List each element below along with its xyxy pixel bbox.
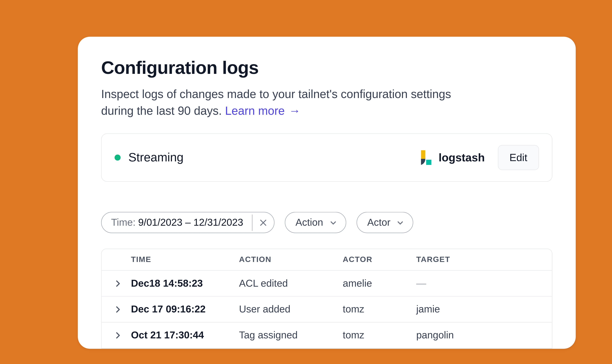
table-row[interactable]: Dec 17 09:16:22User addedtomzjamie [101,297,552,323]
cell-action: User added [239,303,343,315]
learn-more-link[interactable]: Learn more → [225,104,300,117]
cell-target: — [416,278,544,289]
chevron-down-icon [397,219,404,226]
time-filter-label: Time: [111,217,136,228]
actor-filter-label: Actor [367,217,390,228]
streaming-label: Streaming [128,151,183,165]
cell-action: Tag assigned [239,329,343,341]
edit-button[interactable]: Edit [498,145,539,170]
actor-filter-pill[interactable]: Actor [356,212,413,233]
filter-bar: Time: 9/01/2023 – 12/31/2023 Action Acto… [101,212,552,233]
streaming-status-box: Streaming logstash Edit [101,133,552,182]
table-row[interactable]: Oct 21 17:30:44Tag assignedtomzpangolin [101,323,552,349]
table-row[interactable]: Dec18 14:58:23ACL editedamelie— [101,271,552,297]
page-subtitle: Inspect logs of changes made to your tai… [101,86,456,120]
cell-actor: amelie [343,278,416,289]
table-header: TIME ACTION ACTOR TARGET [101,249,552,271]
config-logs-card: Configuration logs Inspect logs of chang… [78,37,576,349]
svg-rect-0 [426,160,431,165]
chevron-down-icon [329,219,337,226]
expand-row-button[interactable] [105,331,131,339]
chevron-right-icon [114,331,122,339]
close-icon [259,219,267,226]
cell-target: jamie [416,303,544,315]
time-filter-value: 9/01/2023 – 12/31/2023 [138,217,243,228]
action-filter-label: Action [295,217,323,228]
col-time: TIME [131,255,239,264]
cell-actor: tomz [343,329,416,341]
action-filter-pill[interactable]: Action [285,212,346,233]
status-dot-icon [115,155,121,161]
expand-row-button[interactable] [105,306,131,313]
col-actor: ACTOR [343,255,416,264]
logs-table: TIME ACTION ACTOR TARGET Dec18 14:58:23A… [101,249,552,349]
streaming-right: logstash Edit [419,145,539,170]
streaming-left: Streaming [115,151,184,165]
cell-time: Dec 17 09:16:22 [131,303,239,315]
logstash-icon [419,150,433,165]
cell-time: Oct 21 17:30:44 [131,329,239,341]
cell-time: Dec18 14:58:23 [131,278,239,289]
chevron-right-icon [114,280,122,287]
logstash-destination: logstash [419,150,485,165]
page-title: Configuration logs [101,57,552,78]
clear-time-filter-button[interactable] [252,214,274,231]
time-filter-pill[interactable]: Time: 9/01/2023 – 12/31/2023 [101,212,275,233]
arrow-right-icon: → [289,103,300,120]
expand-row-button[interactable] [105,280,131,287]
chevron-right-icon [114,306,122,313]
cell-action: ACL edited [239,278,343,289]
col-target: TARGET [416,255,544,264]
col-action: ACTION [239,255,343,264]
cell-actor: tomz [343,303,416,315]
logstash-label: logstash [439,151,485,164]
cell-target: pangolin [416,329,544,341]
learn-more-label: Learn more [225,104,285,117]
